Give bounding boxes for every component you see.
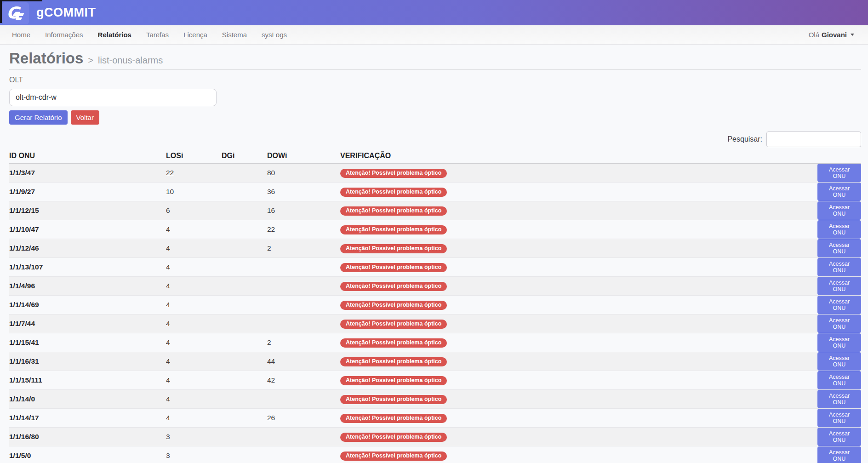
losi-value: 4 <box>166 277 222 296</box>
onu-id: 1/1/14/17 <box>9 409 166 428</box>
verification-cell: Atenção! Possível problema óptico <box>340 201 817 220</box>
action-cell: Acessar ONU <box>817 277 861 296</box>
table-row: 1/1/13/1074Atenção! Possível problema óp… <box>9 258 861 277</box>
access-onu-button[interactable]: Acessar ONU <box>817 409 861 427</box>
access-onu-button[interactable]: Acessar ONU <box>817 428 861 446</box>
dowi-value: 22 <box>267 220 340 239</box>
dgi-value <box>222 428 267 446</box>
form-buttons: Gerar Relatório Voltar <box>9 110 861 125</box>
dgi-value <box>222 390 267 409</box>
status-badge: Atenção! Possível problema óptico <box>340 452 447 461</box>
status-badge: Atenção! Possível problema óptico <box>340 244 447 253</box>
status-badge: Atenção! Possível problema óptico <box>340 414 447 423</box>
dowi-value <box>267 258 340 277</box>
losi-value: 4 <box>166 220 222 239</box>
onu-id: 1/1/15/41 <box>9 333 166 352</box>
action-cell: Acessar ONU <box>817 371 861 390</box>
table-row: 1/1/15/111442Atenção! Possível problema … <box>9 371 861 390</box>
access-onu-button[interactable]: Acessar ONU <box>817 296 861 314</box>
dowi-value <box>267 446 340 463</box>
dowi-value: 16 <box>267 201 340 220</box>
status-badge: Atenção! Possível problema óptico <box>340 188 447 197</box>
column-header-action <box>817 151 861 164</box>
verification-cell: Atenção! Possível problema óptico <box>340 164 817 183</box>
action-cell: Acessar ONU <box>817 428 861 446</box>
access-onu-button[interactable]: Acessar ONU <box>817 220 861 239</box>
g-logo-icon[interactable]: G <box>2 2 29 24</box>
table-row: 1/1/14/04Atenção! Possível problema ópti… <box>9 390 861 409</box>
action-cell: Acessar ONU <box>817 314 861 333</box>
losi-value: 10 <box>166 183 222 201</box>
verification-cell: Atenção! Possível problema óptico <box>340 371 817 390</box>
losi-value: 4 <box>166 333 222 352</box>
generate-report-button[interactable]: Gerar Relatório <box>9 110 68 125</box>
access-onu-button[interactable]: Acessar ONU <box>817 314 861 333</box>
nav-item-relatórios[interactable]: Relatórios <box>91 31 139 39</box>
access-onu-button[interactable]: Acessar ONU <box>817 352 861 371</box>
verification-cell: Atenção! Possível problema óptico <box>340 258 817 277</box>
brand-name: gCOMMIT <box>36 6 96 20</box>
dowi-value: 42 <box>267 371 340 390</box>
dowi-value <box>267 296 340 314</box>
verification-cell: Atenção! Possível problema óptico <box>340 409 817 428</box>
verification-cell: Atenção! Possível problema óptico <box>340 220 817 239</box>
access-onu-button[interactable]: Acessar ONU <box>817 446 861 463</box>
action-cell: Acessar ONU <box>817 352 861 371</box>
onu-id: 1/1/7/44 <box>9 314 166 333</box>
onu-id: 1/1/16/31 <box>9 352 166 371</box>
action-cell: Acessar ONU <box>817 201 861 220</box>
access-onu-button[interactable]: Acessar ONU <box>817 333 861 352</box>
table-row: 1/1/16/31444Atenção! Possível problema ó… <box>9 352 861 371</box>
column-header-dowi: DOWi <box>267 151 340 164</box>
olt-input[interactable] <box>9 89 217 106</box>
losi-value: 4 <box>166 352 222 371</box>
dgi-value <box>222 277 267 296</box>
dowi-value: 2 <box>267 239 340 258</box>
back-button[interactable]: Voltar <box>71 110 99 125</box>
nav-item-informações[interactable]: Informações <box>38 31 91 39</box>
search-label: Pesquisar: <box>727 135 762 143</box>
action-cell: Acessar ONU <box>817 296 861 314</box>
losi-value: 4 <box>166 296 222 314</box>
verification-cell: Atenção! Possível problema óptico <box>340 239 817 258</box>
verification-cell: Atenção! Possível problema óptico <box>340 296 817 314</box>
page-title: Relatórios <box>9 50 83 67</box>
nav-item-syslogs[interactable]: sysLogs <box>254 31 294 39</box>
nav-item-licença[interactable]: Licença <box>176 31 215 39</box>
losi-value: 22 <box>166 164 222 183</box>
table-row: 1/1/14/694Atenção! Possível problema ópt… <box>9 296 861 314</box>
nav-item-tarefas[interactable]: Tarefas <box>139 31 176 39</box>
nav-item-home[interactable]: Home <box>5 31 38 39</box>
access-onu-button[interactable]: Acessar ONU <box>817 258 861 276</box>
user-menu[interactable]: Olá Giovani <box>809 31 854 39</box>
column-header-id-onu: ID ONU <box>9 151 166 164</box>
nav-item-sistema[interactable]: Sistema <box>215 31 254 39</box>
dowi-value: 36 <box>267 183 340 201</box>
onu-id: 1/1/5/0 <box>9 446 166 463</box>
table-row: 1/1/15/4142Atenção! Possível problema óp… <box>9 333 861 352</box>
onu-alarms-table: ID ONU LOSi DGi DOWi VERIFICAÇÃO 1/1/3/4… <box>9 151 861 463</box>
access-onu-button[interactable]: Acessar ONU <box>817 371 861 389</box>
access-onu-button[interactable]: Acessar ONU <box>817 277 861 295</box>
access-onu-button[interactable]: Acessar ONU <box>817 239 861 257</box>
access-onu-button[interactable]: Acessar ONU <box>817 183 861 201</box>
access-onu-button[interactable]: Acessar ONU <box>817 390 861 408</box>
dgi-value <box>222 333 267 352</box>
search-input[interactable] <box>766 131 861 147</box>
table-row: 1/1/7/444Atenção! Possível problema ópti… <box>9 314 861 333</box>
losi-value: 3 <box>166 428 222 446</box>
verification-cell: Atenção! Possível problema óptico <box>340 183 817 201</box>
dgi-value <box>222 220 267 239</box>
olt-label: OLT <box>9 76 861 84</box>
column-header-losi: LOSi <box>166 151 222 164</box>
table-body: 1/1/3/472280Atenção! Possível problema ó… <box>9 164 861 463</box>
dowi-value <box>267 277 340 296</box>
status-badge: Atenção! Possível problema óptico <box>340 169 447 178</box>
losi-value: 4 <box>166 314 222 333</box>
access-onu-button[interactable]: Acessar ONU <box>817 201 861 220</box>
breadcrumb: list-onus-alarms <box>98 55 163 66</box>
search-row: Pesquisar: <box>9 131 861 147</box>
dgi-value <box>222 446 267 463</box>
dowi-value <box>267 428 340 446</box>
access-onu-button[interactable]: Acessar ONU <box>817 164 861 182</box>
